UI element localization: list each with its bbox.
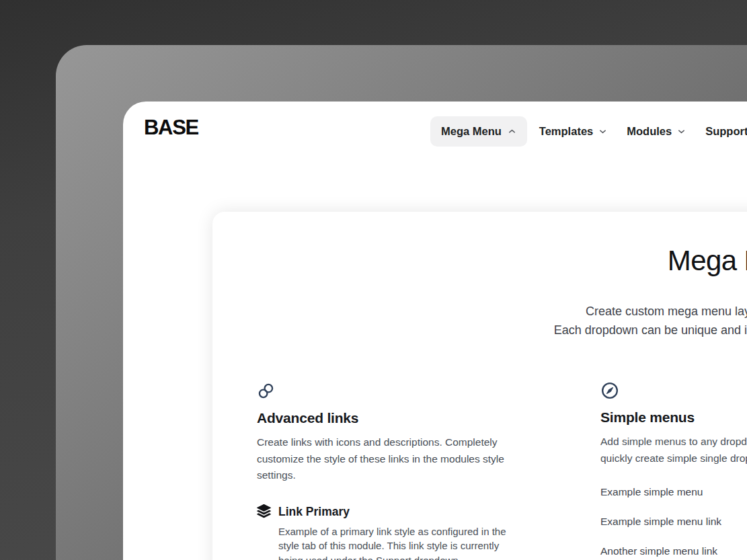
main-nav: Mega Menu Templates Modules Support: [430, 116, 747, 147]
description-line: Create custom mega menu layouts with mul…: [212, 302, 747, 321]
nav-item-mega-menu[interactable]: Mega Menu: [430, 116, 527, 147]
description-line: Example of a primary link style as confi…: [278, 524, 520, 539]
nav-item-label: Support: [705, 125, 747, 138]
simple-menu-list: Example simple menu Example simple menu …: [600, 487, 747, 560]
chevron-down-icon: [598, 127, 607, 136]
description-line: being used under the Support dropdown.: [278, 553, 520, 560]
mega-menu-dropdown: Mega Menu Create custom mega menu layout…: [212, 212, 747, 560]
advanced-links-list: Link Primary Example of a primary link s…: [257, 504, 520, 560]
description-line: Add simple menus to any dropdown. This a…: [600, 434, 747, 450]
advanced-links-column: Advanced links Create links with icons a…: [257, 382, 520, 560]
link-item-primary[interactable]: Link Primary Example of a primary link s…: [257, 504, 520, 560]
layers-icon: [257, 504, 271, 518]
mega-menu-header: Mega Menu Create custom mega menu layout…: [212, 212, 747, 339]
chevron-up-icon: [508, 127, 516, 136]
menu-item[interactable]: Example simple menu link: [600, 516, 747, 527]
link-title: Link Primary: [278, 504, 350, 519]
nav-item-modules[interactable]: Modules: [627, 125, 686, 138]
link-description: Example of a primary link style as confi…: [278, 524, 520, 560]
chevron-down-icon: [677, 127, 686, 136]
nav-item-label: Templates: [539, 125, 593, 138]
simple-menus-column: Simple menus Add simple menus to any dro…: [600, 381, 747, 560]
browser-window: BASE Mega Menu Templates Modules Support…: [123, 102, 747, 560]
description-line: style tab of this module. This link styl…: [278, 538, 520, 553]
menu-item[interactable]: Example simple menu: [600, 487, 747, 497]
description-line: Create links with icons and descriptions…: [257, 434, 520, 451]
page-title: Mega Menu: [212, 244, 747, 278]
nav-item-templates[interactable]: Templates: [539, 125, 607, 138]
compass-icon: [600, 381, 747, 400]
description-line: quickly create simple single dropdowns.: [600, 450, 747, 467]
link-icon: [257, 382, 520, 401]
link-item-header[interactable]: Link Primary: [257, 504, 520, 519]
page-description: Create custom mega menu layouts with mul…: [212, 302, 747, 339]
site-logo[interactable]: BASE: [144, 116, 198, 140]
browser-frame: BASE Mega Menu Templates Modules Support…: [56, 45, 747, 560]
menu-item[interactable]: Another simple menu link: [600, 546, 747, 557]
section-description: Create links with icons and descriptions…: [257, 434, 520, 484]
description-line: settings.: [257, 467, 520, 484]
nav-item-label: Modules: [627, 125, 672, 138]
nav-item-support[interactable]: Support: [705, 125, 747, 138]
description-line: customize the style of these links in th…: [257, 451, 520, 468]
section-title: Simple menus: [600, 409, 747, 426]
section-description: Add simple menus to any dropdown. This a…: [600, 434, 747, 467]
nav-item-label: Mega Menu: [441, 125, 502, 138]
section-title: Advanced links: [257, 410, 520, 426]
description-line: Each dropdown can be unique and include …: [212, 321, 747, 339]
